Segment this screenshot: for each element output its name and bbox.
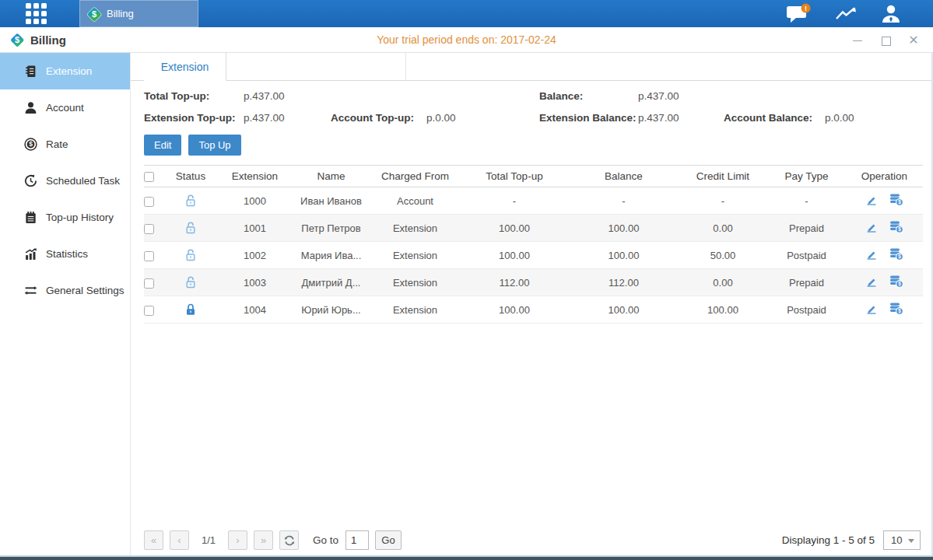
maximize-icon[interactable] bbox=[880, 35, 891, 46]
first-page-icon[interactable]: « bbox=[144, 530, 163, 550]
column-header[interactable]: Balance bbox=[569, 166, 679, 187]
window-bottom-edge bbox=[0, 555, 933, 560]
row-checkbox[interactable] bbox=[144, 306, 154, 316]
cell-balance: 100.00 bbox=[569, 242, 679, 269]
messages-icon[interactable]: ! bbox=[786, 3, 812, 24]
clock-icon bbox=[24, 174, 37, 187]
cell-name: Иван Иванов bbox=[292, 187, 370, 215]
cell-extension: 1003 bbox=[218, 269, 292, 296]
cell-total-topup: 100.00 bbox=[460, 215, 569, 242]
cell-extension: 1004 bbox=[218, 296, 292, 324]
row-checkbox[interactable] bbox=[144, 197, 154, 207]
goto-page-input[interactable] bbox=[345, 530, 369, 550]
sidebar-item-statistics[interactable]: Statistics bbox=[0, 236, 130, 272]
column-header[interactable]: Charged From bbox=[370, 166, 460, 187]
cell-name: Мария Ива... bbox=[292, 242, 370, 269]
unlock-icon bbox=[184, 194, 197, 208]
extension-balance-value: p.437.00 bbox=[638, 112, 724, 124]
sliders-icon bbox=[24, 284, 37, 297]
cell-name: Юрий Юрь... bbox=[292, 296, 370, 324]
bar-chart-icon bbox=[24, 247, 37, 261]
tab-extension[interactable]: Extension bbox=[144, 53, 226, 81]
account-topup-value: p.0.00 bbox=[426, 112, 539, 124]
top-up-button[interactable]: Top Up bbox=[188, 135, 240, 156]
user-account-icon[interactable] bbox=[880, 4, 902, 24]
cell-charged-from: Account bbox=[370, 187, 460, 215]
unlock-icon bbox=[184, 275, 197, 289]
window-title: Billing bbox=[30, 33, 66, 47]
cell-name: Дмитрий Д... bbox=[292, 269, 370, 296]
next-page-icon[interactable]: › bbox=[228, 530, 247, 550]
last-page-icon[interactable]: » bbox=[254, 530, 273, 550]
total-topup-label: Total Top-up: bbox=[144, 90, 244, 102]
page-size-select[interactable]: 10 bbox=[883, 530, 921, 550]
total-topup-value: p.437.00 bbox=[244, 90, 331, 102]
sidebar-item-label: Top-up History bbox=[46, 212, 114, 223]
cell-charged-from: Extension bbox=[370, 296, 460, 324]
sidebar-item-account[interactable]: Account bbox=[0, 89, 130, 126]
column-header[interactable]: Credit Limit bbox=[679, 166, 767, 187]
column-header[interactable]: Total Top-up bbox=[460, 166, 569, 187]
edit-row-icon[interactable] bbox=[865, 194, 878, 208]
cell-credit-limit: - bbox=[679, 187, 767, 215]
sidebar-item-extension[interactable]: Extension bbox=[0, 53, 130, 89]
top-up-row-icon[interactable]: $ bbox=[889, 220, 903, 236]
edit-row-icon[interactable] bbox=[865, 248, 878, 263]
edit-row-icon[interactable] bbox=[865, 275, 878, 290]
trial-notice: Your trial period ends on: 2017-02-24 bbox=[0, 33, 933, 46]
extensions-table: StatusExtensionNameCharged FromTotal Top… bbox=[144, 165, 923, 324]
top-up-row-icon[interactable]: $ bbox=[889, 247, 903, 263]
main-topbar: $ Billing ! bbox=[0, 0, 933, 27]
select-all-checkbox[interactable] bbox=[144, 172, 154, 182]
goto-label: Go to bbox=[313, 534, 338, 546]
tab-strip-spacer bbox=[226, 53, 406, 80]
row-checkbox[interactable] bbox=[144, 224, 154, 234]
person-icon bbox=[24, 101, 37, 114]
cell-credit-limit: 0.00 bbox=[679, 215, 767, 242]
balance-value: p.437.00 bbox=[638, 90, 921, 102]
cell-total-topup: 112.00 bbox=[460, 269, 569, 296]
unlock-icon bbox=[184, 248, 197, 262]
edit-button[interactable]: Edit bbox=[144, 135, 181, 156]
top-up-row-icon[interactable]: $ bbox=[889, 275, 903, 290]
table-row: 1004 Юрий Юрь... Extension 100.00 100.00… bbox=[144, 296, 923, 324]
edit-row-icon[interactable] bbox=[865, 303, 878, 317]
sidebar-item-general-settings[interactable]: General Settings bbox=[0, 272, 130, 309]
sidebar-item-label: Extension bbox=[46, 65, 92, 77]
column-header[interactable]: Pay Type bbox=[767, 166, 846, 187]
cell-pay-type: Postpaid bbox=[767, 242, 846, 269]
notebook-icon bbox=[24, 211, 37, 224]
sidebar-item-scheduled-task[interactable]: Scheduled Task bbox=[0, 163, 130, 199]
taskbar-tab-billing[interactable]: $ Billing bbox=[79, 0, 198, 27]
minimize-icon[interactable] bbox=[852, 35, 863, 46]
go-button[interactable]: Go bbox=[375, 530, 402, 550]
refresh-icon[interactable] bbox=[279, 530, 299, 550]
window-titlebar: $ Billing Your trial period ends on: 201… bbox=[0, 27, 933, 53]
edit-row-icon[interactable] bbox=[865, 221, 878, 236]
page-size-value: 10 bbox=[891, 534, 902, 546]
cell-charged-from: Extension bbox=[370, 215, 460, 242]
svg-text:$: $ bbox=[899, 254, 902, 260]
billing-diamond-icon: $ bbox=[87, 7, 101, 21]
column-header[interactable]: Status bbox=[163, 166, 218, 187]
app-grid-icon[interactable] bbox=[26, 3, 47, 24]
extension-topup-value: p.437.00 bbox=[244, 112, 331, 124]
top-up-row-icon[interactable]: $ bbox=[889, 193, 903, 208]
column-header[interactable]: Name bbox=[292, 166, 370, 187]
statistics-chart-icon[interactable] bbox=[835, 5, 857, 23]
prev-page-icon[interactable]: ‹ bbox=[170, 530, 189, 550]
sidebar-item-label: Rate bbox=[46, 138, 68, 150]
top-up-row-icon[interactable]: $ bbox=[889, 302, 903, 317]
column-header[interactable]: Extension bbox=[218, 166, 292, 187]
cell-balance: 100.00 bbox=[569, 215, 679, 242]
close-icon[interactable]: ✕ bbox=[908, 35, 919, 46]
sidebar-item-rate[interactable]: $ Rate bbox=[0, 126, 130, 163]
summary-panel: Total Top-up: p.437.00 Balance: p.437.00… bbox=[144, 90, 921, 124]
balance-label: Balance: bbox=[539, 90, 638, 102]
cell-pay-type: Prepaid bbox=[767, 215, 846, 242]
column-header[interactable]: Operation bbox=[846, 166, 923, 187]
sidebar-item-topup-history[interactable]: Top-up History bbox=[0, 199, 130, 236]
row-checkbox[interactable] bbox=[144, 278, 154, 289]
row-checkbox[interactable] bbox=[144, 251, 154, 261]
cell-total-topup: 100.00 bbox=[460, 242, 569, 269]
